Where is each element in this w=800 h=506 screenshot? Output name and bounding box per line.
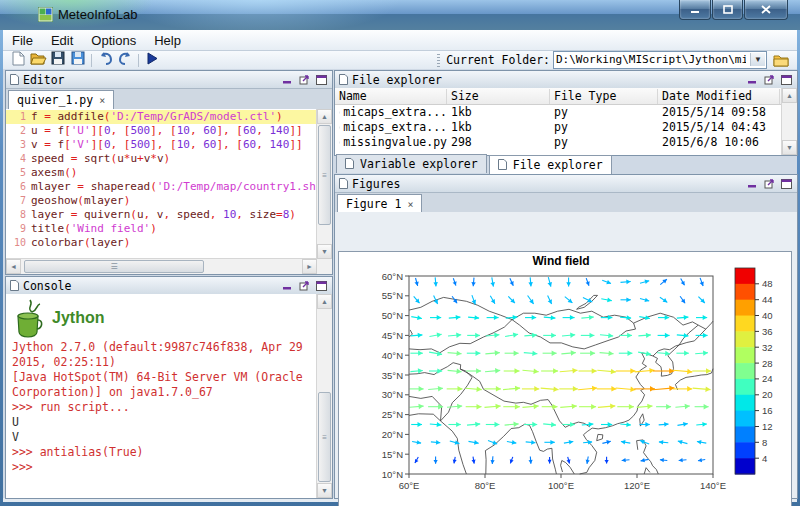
code-line[interactable]: 2u = f['U'][0, [500], [10, 60], [60, 140…: [6, 124, 317, 138]
file-row[interactable]: micaps_extra...1kbpy2015/5/14 04:43: [335, 120, 782, 135]
undo-icon: [98, 51, 113, 69]
file-table-vscrollbar[interactable]: ▲ ▼: [781, 88, 797, 155]
column-header-size[interactable]: Size: [447, 89, 550, 104]
panel-float-icon[interactable]: [763, 74, 776, 86]
dock-tab-variable-explorer[interactable]: Variable explorer: [336, 154, 487, 173]
figure-canvas[interactable]: Wind field10°N15°N20°N25°N30°N35°N40°N45…: [338, 251, 792, 506]
file-table-header[interactable]: NameSizeFile TypeDate Modified: [335, 88, 782, 105]
panel-minimize-icon[interactable]: [746, 74, 759, 86]
scroll-down-icon[interactable]: ▼: [317, 483, 332, 498]
code-line[interactable]: 8layer = quivern(u, v, speed, 10, size=8…: [6, 208, 317, 222]
svg-text:40°N: 40°N: [382, 350, 403, 361]
tab-close-icon[interactable]: ×: [99, 95, 105, 106]
app-icon: [38, 7, 53, 22]
file-row[interactable]: micaps_extra...1kbpy2015/5/14 09:58: [335, 105, 782, 120]
window-maximize-button[interactable]: [712, 0, 743, 20]
code-line[interactable]: 6mlayer = shaperead('D:/Temp/map/country…: [6, 180, 317, 194]
panel-maximize-icon[interactable]: [780, 74, 793, 86]
undo-button[interactable]: [95, 52, 115, 69]
panel-minimize-icon[interactable]: [281, 74, 294, 86]
current-folder-combobox[interactable]: ▼: [553, 51, 767, 69]
code-line[interactable]: 3v = f['V'][0, [500], [10, 60], [60, 140…: [6, 138, 317, 152]
file-explorer-header[interactable]: File explorer: [335, 71, 797, 89]
dock-tab-file-explorer[interactable]: File explorer: [489, 155, 612, 174]
column-header-date-modified[interactable]: Date Modified: [658, 89, 780, 104]
console-panel-header[interactable]: Console: [6, 277, 332, 295]
panel-float-icon[interactable]: [298, 280, 311, 292]
current-folder-label: Current Folder:: [446, 53, 550, 67]
console-line: V: [12, 430, 308, 445]
new-file-button[interactable]: [8, 52, 28, 69]
file-row[interactable]: missingvalue.py298py2015/6/8 10:06: [335, 135, 782, 150]
svg-text:40: 40: [762, 310, 773, 321]
code-editor[interactable]: 1f = addfile('D:/Temp/GrADS/model.ctl')2…: [6, 109, 332, 274]
figures-panel-title: Figures: [352, 177, 400, 191]
scroll-left-icon[interactable]: ◄: [6, 259, 21, 274]
chevron-down-icon[interactable]: ▼: [750, 53, 765, 66]
current-folder-input[interactable]: [556, 52, 746, 66]
dock-tab-label: File explorer: [513, 158, 603, 172]
document-icon: [345, 158, 354, 169]
scroll-up-icon[interactable]: ▲: [782, 88, 797, 103]
line-number: 5: [6, 166, 31, 180]
file-modified: 2015/5/14 04:43: [658, 120, 780, 135]
code-line[interactable]: 5axesm(): [6, 166, 317, 180]
console-vscroll-thumb[interactable]: ≡: [318, 392, 331, 482]
editor-vscrollbar[interactable]: ▲ ▼ ≡: [316, 109, 332, 259]
toolbar-separator: [91, 54, 92, 67]
window-minimize-button[interactable]: [679, 0, 711, 20]
editor-panel-title: Editor: [23, 73, 65, 87]
console-vscrollbar[interactable]: ▲ ▼ ≡: [316, 294, 332, 498]
figure-tab-label: Figure 1: [346, 197, 401, 211]
code-line[interactable]: 4speed = sqrt(u*u+v*v): [6, 152, 317, 166]
editor-hscroll-thumb[interactable]: ☰: [24, 260, 204, 273]
explorer-dock-tabs: Variable explorerFile explorer: [334, 154, 796, 173]
save-button[interactable]: [48, 52, 68, 69]
column-header-file-type[interactable]: File Type: [550, 89, 658, 104]
title-bar[interactable]: MeteoInfoLab: [0, 0, 800, 30]
menu-item-edit[interactable]: Edit: [42, 31, 82, 50]
console-line: [Java HotSpot(TM) 64-Bit Server VM (Orac…: [12, 370, 308, 400]
scroll-down-icon[interactable]: ▼: [317, 244, 332, 259]
redo-button[interactable]: [115, 52, 135, 69]
run-script-button[interactable]: [142, 52, 162, 69]
code-line[interactable]: 7geoshow(mlayer): [6, 194, 317, 208]
figures-panel-header[interactable]: Figures: [335, 175, 797, 193]
panel-float-icon[interactable]: [298, 74, 311, 86]
editor-panel-header[interactable]: Editor: [6, 71, 332, 89]
menu-item-help[interactable]: Help: [145, 31, 190, 50]
line-number: 10: [6, 236, 31, 250]
menu-item-file[interactable]: File: [3, 31, 42, 50]
code-line[interactable]: 10colorbar(layer): [6, 236, 317, 250]
panel-float-icon[interactable]: [763, 178, 776, 190]
panel-maximize-icon[interactable]: [315, 280, 328, 292]
window-close-button[interactable]: [744, 0, 788, 20]
browse-folder-button[interactable]: [771, 52, 791, 69]
editor-panel: Editor quiver_1.py × 1f = addfile('D:/Te…: [5, 70, 333, 275]
svg-text:4: 4: [762, 453, 767, 464]
editor-vscroll-thumb[interactable]: ≡: [318, 125, 331, 225]
svg-text:48: 48: [762, 278, 773, 289]
editor-tab[interactable]: quiver_1.py ×: [8, 90, 114, 110]
code-line[interactable]: 1f = addfile('D:/Temp/GrADS/model.ctl'): [6, 110, 317, 124]
document-icon: [339, 74, 348, 85]
scroll-down-icon[interactable]: ▼: [782, 140, 797, 155]
open-folder-button[interactable]: [28, 52, 48, 69]
editor-hscrollbar[interactable]: ◄ ► ☰: [6, 258, 317, 274]
panel-maximize-icon[interactable]: [315, 74, 328, 86]
scroll-right-icon[interactable]: ►: [302, 259, 317, 274]
column-header-name[interactable]: Name: [335, 89, 447, 104]
panel-maximize-icon[interactable]: [780, 178, 793, 190]
scroll-up-icon[interactable]: ▲: [317, 294, 332, 309]
tab-close-icon[interactable]: ×: [407, 199, 413, 210]
scroll-up-icon[interactable]: ▲: [317, 109, 332, 124]
panel-minimize-icon[interactable]: [746, 178, 759, 190]
figure-tab[interactable]: Figure 1 ×: [337, 194, 422, 214]
console-output[interactable]: Jython Jython 2.7.0 (default:9987c746f83…: [6, 294, 332, 498]
file-type: py: [550, 105, 658, 120]
menu-item-options[interactable]: Options: [82, 31, 145, 50]
console-line: >>> run script...: [12, 400, 308, 415]
code-line[interactable]: 9title('Wind field'): [6, 222, 317, 236]
panel-minimize-icon[interactable]: [281, 280, 294, 292]
save-all-button[interactable]: [68, 52, 88, 69]
